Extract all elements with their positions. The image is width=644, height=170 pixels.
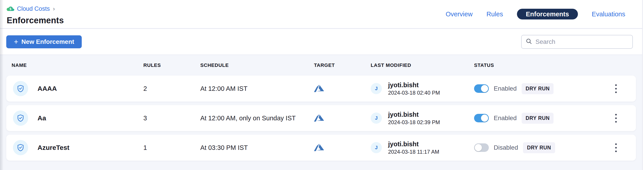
status-label: Disabled xyxy=(494,144,518,151)
azure-logo-icon xyxy=(314,85,371,93)
enforcements-table: NAME RULES SCHEDULE TARGET LAST MODIFIED… xyxy=(6,55,636,160)
actions-cell xyxy=(596,112,636,125)
azure-logo-icon xyxy=(314,144,371,152)
actions-cell xyxy=(596,141,636,154)
breadcrumb-separator: › xyxy=(53,5,55,12)
status-cell: Enabled DRY RUN xyxy=(468,113,596,124)
search-input[interactable] xyxy=(536,38,628,45)
status-toggle[interactable] xyxy=(474,143,489,152)
schedule-text: At 03:30 PM IST xyxy=(200,144,314,151)
enforcement-shield-icon xyxy=(13,110,28,126)
status-toggle[interactable] xyxy=(474,114,489,122)
schedule-text: At 12:00 AM IST xyxy=(200,85,314,92)
row-menu-kebab-icon[interactable] xyxy=(612,141,620,154)
enforcements-page: $ Cloud Costs › Enforcements Overview Ru… xyxy=(0,0,644,170)
rules-count: 1 xyxy=(143,144,200,151)
azure-logo-icon xyxy=(314,114,371,122)
new-enforcement-button[interactable]: + New Enforcement xyxy=(6,35,82,48)
dry-run-badge: DRY RUN xyxy=(522,83,554,94)
search-box[interactable] xyxy=(521,35,633,49)
tab-evaluations[interactable]: Evaluations xyxy=(592,11,625,18)
column-header-last-modified: LAST MODIFIED xyxy=(371,62,468,68)
column-header-target: TARGET xyxy=(314,62,371,68)
column-header-status: STATUS xyxy=(468,62,596,68)
rules-count: 3 xyxy=(143,114,200,122)
last-modified-cell: J jyoti.bisht 2024-03-18 11:17 AM xyxy=(371,140,468,155)
modified-timestamp: 2024-03-18 02:39 PM xyxy=(388,119,440,126)
modified-timestamp: 2024-03-18 11:17 AM xyxy=(388,148,439,155)
header-left: $ Cloud Costs › Enforcements xyxy=(0,3,64,25)
tab-rules[interactable]: Rules xyxy=(486,11,503,18)
toolbar: + New Enforcement xyxy=(0,29,644,55)
user-avatar: J xyxy=(371,83,382,94)
table-row[interactable]: AAAA 2 At 12:00 AM IST J jyoti.bisht 202… xyxy=(6,76,636,102)
new-enforcement-button-label: New Enforcement xyxy=(22,38,74,45)
toggle-knob xyxy=(475,144,482,151)
last-modified-cell: J jyoti.bisht 2024-03-18 02:39 PM xyxy=(371,110,468,125)
last-modified-cell: J jyoti.bisht 2024-03-18 02:40 PM xyxy=(371,81,468,96)
column-header-schedule: SCHEDULE xyxy=(200,62,314,68)
enforcement-name: AAAA xyxy=(38,85,57,92)
dry-run-badge: DRY RUN xyxy=(522,113,554,124)
breadcrumb: $ Cloud Costs › xyxy=(7,5,64,14)
status-cell: Enabled DRY RUN xyxy=(468,83,596,94)
name-cell: AAAA xyxy=(6,81,143,96)
page-title: Enforcements xyxy=(7,16,64,25)
schedule-text: At 12:00 AM, only on Sunday IST xyxy=(200,114,314,122)
search-icon xyxy=(526,38,532,46)
enforcement-name: Aa xyxy=(38,114,46,122)
table-body: AAAA 2 At 12:00 AM IST J jyoti.bisht 202… xyxy=(6,76,636,160)
dry-run-badge: DRY RUN xyxy=(523,142,555,153)
modified-timestamp: 2024-03-18 02:40 PM xyxy=(388,89,440,96)
breadcrumb-cloud-costs[interactable]: Cloud Costs xyxy=(17,5,50,12)
status-label: Enabled xyxy=(494,114,517,122)
column-header-rules: RULES xyxy=(143,62,200,68)
name-cell: Aa xyxy=(6,110,143,126)
tab-bar: Overview Rules Enforcements Evaluations xyxy=(446,9,625,20)
user-avatar: J xyxy=(371,142,382,153)
vertical-scrollbar[interactable] xyxy=(642,0,644,170)
actions-cell xyxy=(596,82,636,95)
status-cell: Disabled DRY RUN xyxy=(468,142,596,153)
column-header-name: NAME xyxy=(6,62,143,68)
svg-text:$: $ xyxy=(10,7,12,11)
table-row[interactable]: AzureTest 1 At 03:30 PM IST J jyoti.bish… xyxy=(6,135,636,160)
user-avatar: J xyxy=(371,112,382,124)
target-cell xyxy=(314,144,371,152)
enforcement-shield-icon xyxy=(13,81,28,96)
rules-count: 2 xyxy=(143,85,200,92)
page-header: $ Cloud Costs › Enforcements Overview Ru… xyxy=(0,0,644,29)
name-cell: AzureTest xyxy=(6,140,143,155)
table-header-row: NAME RULES SCHEDULE TARGET LAST MODIFIED… xyxy=(6,55,636,76)
enforcement-shield-icon xyxy=(13,140,28,155)
row-menu-kebab-icon[interactable] xyxy=(612,82,620,95)
tab-overview[interactable]: Overview xyxy=(446,11,473,18)
modified-by-user: jyoti.bisht xyxy=(388,110,440,119)
target-cell xyxy=(314,85,371,93)
cloud-costs-icon: $ xyxy=(7,6,14,12)
toggle-knob xyxy=(481,114,488,122)
table-row[interactable]: Aa 3 At 12:00 AM, only on Sunday IST J j… xyxy=(6,105,636,131)
toggle-knob xyxy=(481,85,488,92)
row-menu-kebab-icon[interactable] xyxy=(612,112,620,125)
modified-by-user: jyoti.bisht xyxy=(388,81,440,89)
tab-enforcements[interactable]: Enforcements xyxy=(517,9,578,20)
plus-icon: + xyxy=(14,38,18,45)
modified-by-user: jyoti.bisht xyxy=(388,140,439,148)
target-cell xyxy=(314,114,371,122)
status-toggle[interactable] xyxy=(474,84,489,93)
enforcement-name: AzureTest xyxy=(38,144,70,151)
status-label: Enabled xyxy=(494,85,517,92)
